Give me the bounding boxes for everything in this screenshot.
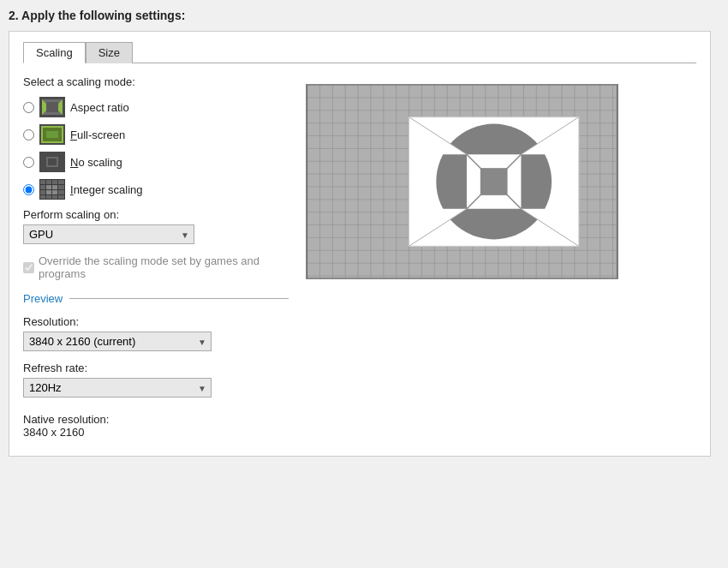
override-checkbox[interactable] bbox=[23, 262, 34, 273]
svg-rect-74 bbox=[480, 168, 508, 195]
full-screen-icon bbox=[39, 124, 65, 145]
svg-rect-14 bbox=[46, 180, 51, 184]
svg-rect-25 bbox=[40, 195, 45, 199]
svg-rect-13 bbox=[40, 180, 45, 184]
tab-bar: Scaling Size bbox=[23, 42, 696, 63]
svg-rect-22 bbox=[46, 190, 51, 194]
svg-rect-15 bbox=[52, 180, 57, 184]
override-label: Override the scaling mode set by games a… bbox=[39, 254, 289, 280]
perform-scaling-label: Perform scaling on: bbox=[23, 208, 289, 221]
override-row: Override the scaling mode set by games a… bbox=[23, 254, 289, 280]
svg-rect-8 bbox=[46, 131, 58, 138]
radio-label-aspect-ratio: Aspect ratio bbox=[70, 101, 129, 114]
radio-label-full-screen: Full-screen bbox=[70, 129, 125, 141]
tab-scaling[interactable]: Scaling bbox=[23, 42, 86, 63]
native-resolution-value: 3840 x 2160 bbox=[23, 426, 289, 439]
refresh-rate-label: Refresh rate: bbox=[23, 362, 289, 374]
settings-card: Scaling Size Select a scaling mode: bbox=[9, 31, 711, 457]
svg-rect-21 bbox=[40, 190, 45, 194]
radio-option-integer-scaling: Integer scaling bbox=[23, 179, 289, 200]
svg-rect-16 bbox=[58, 180, 64, 184]
svg-rect-20 bbox=[58, 185, 64, 189]
svg-rect-23 bbox=[52, 190, 57, 194]
svg-rect-24 bbox=[58, 190, 64, 194]
right-panel bbox=[306, 75, 696, 439]
svg-rect-4 bbox=[46, 102, 58, 112]
select-mode-label: Select a scaling mode: bbox=[23, 75, 289, 88]
radio-label-no-scaling: No scaling bbox=[70, 156, 122, 169]
radio-option-full-screen: Full-screen bbox=[23, 124, 289, 145]
radio-aspect-ratio[interactable] bbox=[23, 102, 34, 113]
tab-size[interactable]: Size bbox=[86, 42, 133, 63]
preview-divider-line bbox=[69, 298, 289, 299]
svg-rect-26 bbox=[46, 195, 51, 199]
resolution-dropdown-wrapper: 3840 x 2160 (current) 1920 x 1080 1280 x… bbox=[23, 332, 212, 351]
radio-label-integer-scaling: Integer scaling bbox=[70, 183, 143, 196]
radio-option-aspect-ratio: Aspect ratio bbox=[23, 97, 289, 117]
preview-image bbox=[306, 84, 618, 279]
no-scaling-icon bbox=[39, 152, 65, 172]
perform-scaling-select[interactable]: GPU Display bbox=[23, 224, 194, 244]
svg-rect-27 bbox=[52, 195, 57, 199]
radio-full-screen[interactable] bbox=[23, 129, 34, 141]
radio-no-scaling[interactable] bbox=[23, 157, 34, 168]
integer-scaling-icon bbox=[39, 179, 65, 200]
radio-integer-scaling[interactable] bbox=[23, 184, 34, 195]
aspect-ratio-icon bbox=[39, 97, 65, 117]
resolution-select[interactable]: 3840 x 2160 (current) 1920 x 1080 1280 x… bbox=[23, 332, 212, 351]
svg-rect-11 bbox=[48, 158, 57, 165]
perform-scaling-dropdown-wrapper: GPU Display ▼ bbox=[23, 224, 194, 244]
preview-svg bbox=[307, 85, 618, 278]
refresh-rate-select[interactable]: 120Hz 60Hz 30Hz bbox=[23, 378, 212, 398]
preview-divider: Preview bbox=[23, 292, 289, 305]
svg-rect-18 bbox=[46, 185, 51, 189]
preview-label: Preview bbox=[23, 292, 63, 305]
resolution-label: Resolution: bbox=[23, 315, 289, 328]
page-title: 2. Apply the following settings: bbox=[9, 9, 719, 22]
left-panel: Select a scaling mode: Aspect ratio bbox=[23, 75, 289, 439]
native-resolution-label: Native resolution: bbox=[23, 413, 289, 426]
radio-option-no-scaling: No scaling bbox=[23, 152, 289, 172]
refresh-rate-dropdown-wrapper: 120Hz 60Hz 30Hz ▼ bbox=[23, 378, 212, 398]
svg-rect-28 bbox=[58, 195, 64, 199]
tab-content: Select a scaling mode: Aspect ratio bbox=[23, 75, 696, 439]
svg-rect-17 bbox=[40, 185, 45, 189]
svg-rect-19 bbox=[52, 185, 57, 189]
